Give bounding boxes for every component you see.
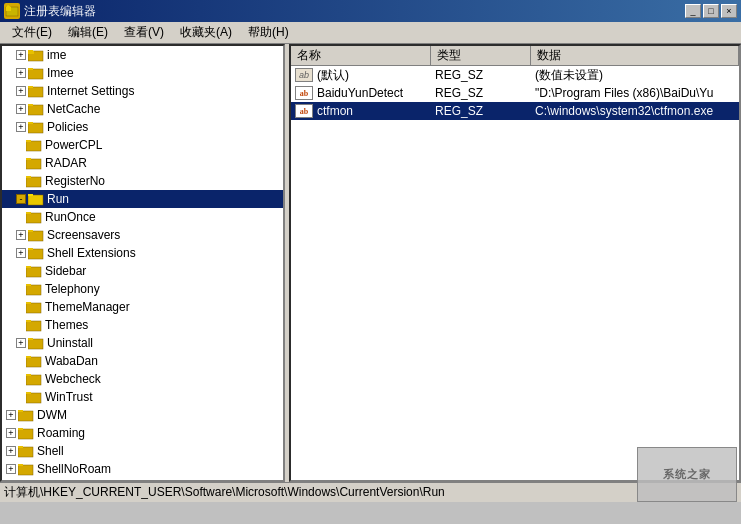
folder-icon-wintrust xyxy=(26,390,42,404)
folder-icon-roaming xyxy=(18,426,34,440)
list-row-ctfmon[interactable]: ab ctfmon REG_SZ C:\windows\system32\ctf… xyxy=(291,102,739,120)
svg-rect-26 xyxy=(28,248,33,250)
tree-item-telephony[interactable]: Telephony xyxy=(2,280,283,298)
svg-rect-19 xyxy=(28,195,43,205)
tree-item-uninstall[interactable]: + Uninstall xyxy=(2,334,283,352)
window-controls: _ □ × xyxy=(685,4,737,18)
tree-item-dwm[interactable]: + DWM xyxy=(2,406,283,424)
tree-label-shellextensions: Shell Extensions xyxy=(47,246,136,260)
cell-name-default: ab (默认) xyxy=(291,66,431,84)
svg-rect-30 xyxy=(26,284,31,286)
tree-item-runonce[interactable]: RunOnce xyxy=(2,208,283,226)
expand-icon-ime[interactable]: + xyxy=(16,50,26,60)
tree-item-ime[interactable]: + ime xyxy=(2,46,283,64)
tree-label-run: Run xyxy=(47,192,69,206)
svg-rect-4 xyxy=(28,50,33,52)
tree-item-netcache[interactable]: + NetCache xyxy=(2,100,283,118)
menu-favorites[interactable]: 收藏夹(A) xyxy=(172,23,240,43)
tree-item-radar[interactable]: RADAR xyxy=(2,154,283,172)
folder-icon-webcheck xyxy=(26,372,42,386)
expand-icon-screensavers[interactable]: + xyxy=(16,230,26,240)
tree-item-screensavers[interactable]: + Screensavers xyxy=(2,226,283,244)
tree-item-wintrust[interactable]: WinTrust xyxy=(2,388,283,406)
default-value-icon: ab xyxy=(295,68,313,82)
svg-rect-41 xyxy=(26,393,41,403)
folder-icon-sidebar xyxy=(26,264,42,278)
expand-icon-uninstall[interactable]: + xyxy=(16,338,26,348)
menu-help[interactable]: 帮助(H) xyxy=(240,23,297,43)
header-data[interactable]: 数据 xyxy=(531,46,739,65)
svg-rect-33 xyxy=(26,321,41,331)
tree-item-tabletpc[interactable]: + TabletPC xyxy=(2,478,283,480)
tree-item-wabadan[interactable]: WabaDan xyxy=(2,352,283,370)
menu-edit[interactable]: 编辑(E) xyxy=(60,23,116,43)
header-type[interactable]: 类型 xyxy=(431,46,531,65)
menu-file[interactable]: 文件(E) xyxy=(4,23,60,43)
expand-icon-dwm[interactable]: + xyxy=(6,410,16,420)
header-name[interactable]: 名称 xyxy=(291,46,431,65)
svg-rect-50 xyxy=(18,464,23,466)
expand-icon-policies[interactable]: + xyxy=(16,122,26,132)
expand-icon-netcache[interactable]: + xyxy=(16,104,26,114)
expand-icon-imee[interactable]: + xyxy=(16,68,26,78)
watermark-text: 系统之家 xyxy=(663,467,711,482)
folder-icon-thememanager xyxy=(26,300,42,314)
cell-name-baiduyundetect: ab BaiduYunDetect xyxy=(291,84,431,102)
folder-icon-run xyxy=(28,192,44,206)
svg-rect-15 xyxy=(26,159,41,169)
expand-icon-roaming[interactable]: + xyxy=(6,428,16,438)
tree-label-shellnoroam: ShellNoRoam xyxy=(37,462,111,476)
menu-view[interactable]: 查看(V) xyxy=(116,23,172,43)
svg-rect-29 xyxy=(26,285,41,295)
maximize-button[interactable]: □ xyxy=(703,4,719,18)
tree-item-roaming[interactable]: + Roaming xyxy=(2,424,283,442)
tree-item-shell[interactable]: + Shell xyxy=(2,442,283,460)
tree-item-policies[interactable]: + Policies xyxy=(2,118,283,136)
svg-rect-28 xyxy=(26,266,31,268)
folder-icon-runonce xyxy=(26,210,42,224)
cell-data-baiduyundetect: "D:\Program Files (x86)\BaiDu\Yu xyxy=(531,84,739,102)
expand-icon-shellnoroam[interactable]: + xyxy=(6,464,16,474)
folder-icon-screensavers xyxy=(28,228,44,242)
title-text: 注册表编辑器 xyxy=(24,3,685,20)
list-row-default[interactable]: ab (默认) REG_SZ (数值未设置) xyxy=(291,66,739,84)
svg-rect-16 xyxy=(26,158,31,160)
tree-label-telephony: Telephony xyxy=(45,282,100,296)
expand-icon-shellextensions[interactable]: + xyxy=(16,248,26,258)
svg-rect-10 xyxy=(28,104,33,106)
main-content: + ime + Imee + xyxy=(0,44,741,482)
tree-item-themes[interactable]: Themes xyxy=(2,316,283,334)
tree-item-imee[interactable]: + Imee xyxy=(2,64,283,82)
tree-label-imee: Imee xyxy=(47,66,74,80)
expand-icon-shell[interactable]: + xyxy=(6,446,16,456)
tree-item-internetsettings[interactable]: + Internet Settings xyxy=(2,82,283,100)
tree-item-registerno[interactable]: RegisterNo xyxy=(2,172,283,190)
expand-icon-internetsettings[interactable]: + xyxy=(16,86,26,96)
svg-rect-47 xyxy=(18,447,33,457)
tree-item-webcheck[interactable]: Webcheck xyxy=(2,370,283,388)
tree-item-shellnoroam[interactable]: + ShellNoRoam xyxy=(2,460,283,478)
svg-rect-22 xyxy=(26,212,31,214)
tree-item-thememanager[interactable]: ThemeManager xyxy=(2,298,283,316)
tree-item-sidebar[interactable]: Sidebar xyxy=(2,262,283,280)
tree-item-shellextensions[interactable]: + Shell Extensions xyxy=(2,244,283,262)
tree-item-powercpl[interactable]: PowerCPL xyxy=(2,136,283,154)
list-row-baiduyundetect[interactable]: ab BaiduYunDetect REG_SZ "D:\Program Fil… xyxy=(291,84,739,102)
svg-rect-35 xyxy=(28,339,43,349)
folder-icon-internetsettings xyxy=(28,84,44,98)
status-path: 计算机\HKEY_CURRENT_USER\Software\Microsoft… xyxy=(4,484,737,501)
svg-rect-25 xyxy=(28,249,43,259)
svg-rect-36 xyxy=(28,338,33,340)
status-bar: 计算机\HKEY_CURRENT_USER\Software\Microsoft… xyxy=(0,482,741,502)
title-bar: 注册表编辑器 _ □ × xyxy=(0,0,741,22)
close-button[interactable]: × xyxy=(721,4,737,18)
folder-icon-ime xyxy=(28,48,44,62)
tree-label-themes: Themes xyxy=(45,318,88,332)
tree-content: + ime + Imee + xyxy=(2,46,283,480)
ab-icon-baiduyundetect: ab xyxy=(295,86,313,100)
expand-icon-run[interactable]: - xyxy=(16,194,26,204)
minimize-button[interactable]: _ xyxy=(685,4,701,18)
cell-name-ctfmon: ab ctfmon xyxy=(291,102,431,120)
tree-item-run[interactable]: - Run xyxy=(2,190,283,208)
svg-rect-46 xyxy=(18,428,23,430)
